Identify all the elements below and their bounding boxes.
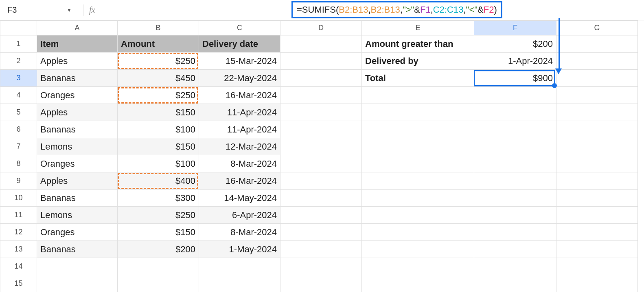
cell-F7[interactable]	[474, 138, 556, 155]
cell-D9[interactable]	[280, 172, 362, 190]
cell-F13[interactable]	[474, 241, 556, 258]
cell-G9[interactable]	[556, 172, 638, 190]
cell-F10[interactable]	[474, 190, 556, 207]
cell-D5[interactable]	[280, 104, 362, 121]
cell-E6[interactable]	[362, 121, 474, 138]
cell-B2[interactable]: $250	[118, 53, 199, 70]
cell-B9[interactable]: $400	[118, 172, 199, 190]
cell-C8[interactable]: 8-Mar-2024	[199, 155, 280, 172]
cell-E12[interactable]	[362, 224, 474, 241]
cell-D1[interactable]	[280, 35, 362, 53]
row-header-2[interactable]: 2	[0, 53, 37, 70]
cell-G4[interactable]	[556, 87, 638, 104]
row-header-11[interactable]: 11	[0, 207, 37, 224]
cell-A4[interactable]: Oranges	[37, 87, 118, 104]
col-header-A[interactable]: A	[37, 21, 118, 35]
cell-B11[interactable]: $250	[118, 207, 199, 224]
cell-F3[interactable]: $900	[474, 70, 556, 87]
cell-D7[interactable]	[280, 138, 362, 155]
row-header-4[interactable]: 4	[0, 87, 37, 104]
cell-C3[interactable]: 22-May-2024	[199, 70, 280, 87]
cell-C5[interactable]: 11-Apr-2024	[199, 104, 280, 121]
cell-G1[interactable]	[556, 35, 638, 53]
cell-E15[interactable]	[362, 275, 474, 292]
cell-F15[interactable]	[474, 275, 556, 292]
cell-E4[interactable]	[362, 87, 474, 104]
cell-C4[interactable]: 16-Mar-2024	[199, 87, 280, 104]
cell-D6[interactable]	[280, 121, 362, 138]
cell-C11[interactable]: 6-Apr-2024	[199, 207, 280, 224]
cell-C10[interactable]: 14-May-2024	[199, 190, 280, 207]
cell-G11[interactable]	[556, 207, 638, 224]
cell-A15[interactable]	[37, 275, 118, 292]
cell-E14[interactable]	[362, 258, 474, 275]
cell-F1[interactable]: $200	[474, 35, 556, 53]
row-header-3[interactable]: 3	[0, 70, 37, 87]
cell-C12[interactable]: 8-Mar-2024	[199, 224, 280, 241]
cell-C13[interactable]: 1-May-2024	[199, 241, 280, 258]
cell-G7[interactable]	[556, 138, 638, 155]
cell-G10[interactable]	[556, 190, 638, 207]
cell-F14[interactable]	[474, 258, 556, 275]
cell-B7[interactable]: $150	[118, 138, 199, 155]
cell-G13[interactable]	[556, 241, 638, 258]
cell-C2[interactable]: 15-Mar-2024	[199, 53, 280, 70]
col-header-B[interactable]: B	[118, 21, 199, 35]
cell-E7[interactable]	[362, 138, 474, 155]
cell-A7[interactable]: Lemons	[37, 138, 118, 155]
cell-F4[interactable]	[474, 87, 556, 104]
cell-E13[interactable]	[362, 241, 474, 258]
row-header-14[interactable]: 14	[0, 258, 37, 275]
cell-B4[interactable]: $250	[118, 87, 199, 104]
cell-F2[interactable]: 1-Apr-2024	[474, 53, 556, 70]
cell-D3[interactable]	[280, 70, 362, 87]
cell-B8[interactable]: $100	[118, 155, 199, 172]
cell-D4[interactable]	[280, 87, 362, 104]
cell-G14[interactable]	[556, 258, 638, 275]
cell-E8[interactable]	[362, 155, 474, 172]
cell-A8[interactable]: Oranges	[37, 155, 118, 172]
cell-G12[interactable]	[556, 224, 638, 241]
cell-B12[interactable]: $150	[118, 224, 199, 241]
cell-D13[interactable]	[280, 241, 362, 258]
col-header-C[interactable]: C	[199, 21, 280, 35]
cell-D2[interactable]	[280, 53, 362, 70]
cell-F9[interactable]	[474, 172, 556, 190]
cell-E2[interactable]: Delivered by	[362, 53, 474, 70]
select-all-corner[interactable]	[0, 21, 37, 35]
cell-F8[interactable]	[474, 155, 556, 172]
cell-G8[interactable]	[556, 155, 638, 172]
row-header-8[interactable]: 8	[0, 155, 37, 172]
cell-C7[interactable]: 12-Mar-2024	[199, 138, 280, 155]
col-header-G[interactable]: G	[556, 21, 638, 35]
cell-A10[interactable]: Bananas	[37, 190, 118, 207]
cell-F5[interactable]	[474, 104, 556, 121]
cell-A12[interactable]: Oranges	[37, 224, 118, 241]
cell-A3[interactable]: Bananas	[37, 70, 118, 87]
cell-E1[interactable]: Amount greater than	[362, 35, 474, 53]
row-header-10[interactable]: 10	[0, 190, 37, 207]
cell-E3[interactable]: Total	[362, 70, 474, 87]
cell-A2[interactable]: Apples	[37, 53, 118, 70]
row-header-1[interactable]: 1	[0, 35, 37, 53]
cell-B1[interactable]: Amount	[118, 35, 199, 53]
cell-A13[interactable]: Bananas	[37, 241, 118, 258]
cell-A14[interactable]	[37, 258, 118, 275]
row-header-15[interactable]: 15	[0, 275, 37, 292]
row-header-12[interactable]: 12	[0, 224, 37, 241]
cell-A6[interactable]: Bananas	[37, 121, 118, 138]
cell-C14[interactable]	[199, 258, 280, 275]
name-box[interactable]	[4, 4, 57, 16]
cell-A9[interactable]: Apples	[37, 172, 118, 190]
name-box-dropdown-icon[interactable]: ▼	[67, 7, 72, 13]
cell-C1[interactable]: Delivery date	[199, 35, 280, 53]
cell-B3[interactable]: $450	[118, 70, 199, 87]
col-header-E[interactable]: E	[362, 21, 474, 35]
row-header-9[interactable]: 9	[0, 172, 37, 190]
row-header-6[interactable]: 6	[0, 121, 37, 138]
cell-F12[interactable]	[474, 224, 556, 241]
cell-E10[interactable]	[362, 190, 474, 207]
cell-A11[interactable]: Lemons	[37, 207, 118, 224]
col-header-F[interactable]: F	[474, 21, 556, 35]
cell-E11[interactable]	[362, 207, 474, 224]
